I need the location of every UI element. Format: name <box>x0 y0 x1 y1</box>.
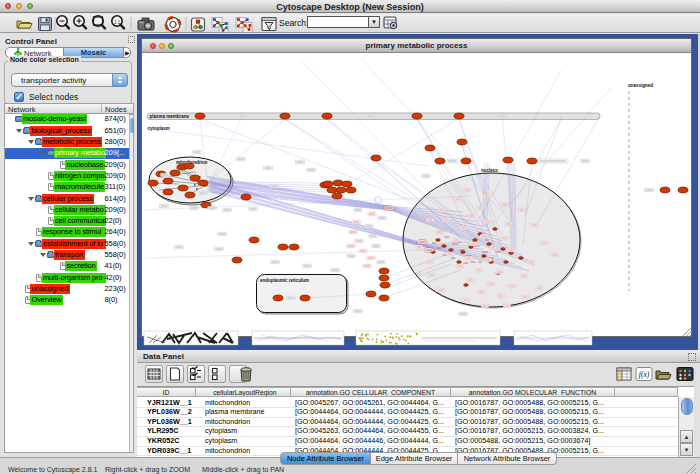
svg-text:endoplasmic reticulum: endoplasmic reticulum <box>260 278 309 283</box>
svg-text:1:1: 1:1 <box>114 20 121 25</box>
svg-text:plasma membrane: plasma membrane <box>150 114 190 119</box>
svg-text:f(x): f(x) <box>639 370 650 379</box>
svg-text:unassigned: unassigned <box>628 83 653 88</box>
svg-text:nucleus: nucleus <box>481 168 499 173</box>
